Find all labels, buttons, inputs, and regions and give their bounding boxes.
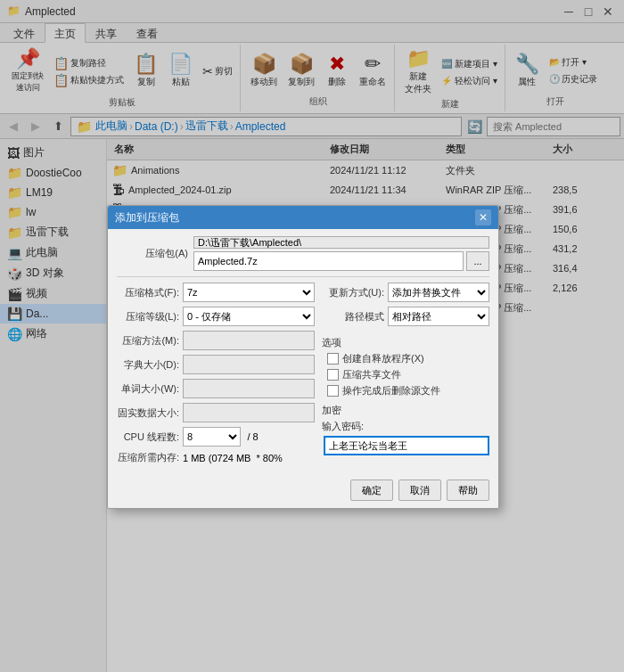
left-col: 压缩格式(F): 7z zip rar 压缩等级(L): 0 - 仅存储 1 -… — [117, 283, 315, 469]
right-col: 更新方式(U): 添加并替换文件 添加并更新文件 路径模式 相对路径 绝对路径 … — [322, 283, 489, 469]
format-row: 压缩格式(F): 7z zip rar — [117, 283, 315, 302]
word-row: 单词大小(W): — [117, 379, 315, 398]
update-label: 更新方式(U): — [322, 286, 384, 299]
options-label: 选项 — [322, 336, 489, 349]
archive-filename-input[interactable] — [193, 251, 464, 271]
ok-button[interactable]: 确定 — [350, 479, 393, 501]
password-label: 输入密码: — [322, 420, 489, 433]
encrypt-label: 加密 — [322, 404, 489, 417]
divider1 — [117, 276, 489, 277]
archive-path-row: 压缩包(A) ... — [117, 236, 489, 271]
dialog-close-button[interactable]: ✕ — [475, 209, 491, 225]
cpu-label: CPU 线程数: — [117, 430, 179, 444]
browse-button[interactable]: ... — [466, 251, 489, 271]
help-button[interactable]: 帮助 — [447, 479, 489, 501]
level-label: 压缩等级(L): — [117, 310, 179, 324]
cpu-row: CPU 线程数: 8 124 / 8 — [117, 427, 315, 447]
solid-row: 固实数据大小: — [117, 403, 315, 422]
path-label: 压缩包(A) — [117, 247, 188, 260]
delete-label: 操作完成后删除源文件 — [342, 384, 440, 397]
two-col-section: 压缩格式(F): 7z zip rar 压缩等级(L): 0 - 仅存储 1 -… — [117, 283, 489, 469]
password-input[interactable] — [324, 436, 489, 455]
level-select[interactable]: 0 - 仅存储 1 - 最快 3 - 快速 5 - 普通 7 - 最大 9 - … — [183, 307, 315, 326]
solid-input[interactable] — [183, 403, 315, 422]
format-select[interactable]: 7z zip rar — [183, 283, 315, 302]
dialog-body: 压缩包(A) ... 压缩格式(F): 7z — [108, 229, 498, 476]
archive-path-input[interactable] — [193, 236, 489, 249]
mem-row: 压缩所需内存: 1 MB (0724 MB * 80% — [117, 451, 315, 464]
options-section: 选项 创建自释放程序(X) 压缩共享文件 操作完成后删除源文件 — [322, 336, 489, 400]
cpu-select[interactable]: 8 124 — [183, 427, 241, 447]
selfextract-checkbox[interactable] — [327, 353, 339, 365]
selfextract-label: 创建自释放程序(X) — [342, 352, 424, 365]
method-label: 压缩方法(M): — [117, 334, 179, 348]
mem-label: 压缩所需内存: — [117, 451, 179, 464]
dict-label: 字典大小(D): — [117, 358, 179, 372]
pathmode-label: 路径模式 — [322, 310, 384, 324]
dialog-title-bar: 添加到压缩包 ✕ — [108, 206, 498, 229]
format-label: 压缩格式(F): — [117, 286, 179, 299]
solid-label: 固实数据大小: — [117, 406, 179, 420]
level-row: 压缩等级(L): 0 - 仅存储 1 - 最快 3 - 快速 5 - 普通 7 … — [117, 307, 315, 326]
cancel-button[interactable]: 取消 — [398, 479, 441, 501]
add-to-archive-dialog: 添加到压缩包 ✕ 压缩包(A) ... — [107, 205, 499, 509]
dialog-title: 添加到压缩包 — [115, 210, 475, 225]
checkbox-delete: 操作完成后删除源文件 — [322, 384, 489, 397]
pathmode-row: 路径模式 相对路径 绝对路径 不保存路径 — [322, 307, 489, 326]
dict-row: 字典大小(D): — [117, 355, 315, 374]
method-row: 压缩方法(M): — [117, 331, 315, 350]
update-select[interactable]: 添加并替换文件 添加并更新文件 — [388, 283, 489, 302]
pathmode-select[interactable]: 相对路径 绝对路径 不保存路径 — [388, 307, 489, 326]
mem-value: 1 MB (0724 MB — [183, 453, 250, 463]
method-input[interactable] — [183, 331, 315, 350]
dict-input[interactable] — [183, 355, 315, 374]
mem-pct: * 80% — [256, 453, 282, 463]
dialog-overlay: 添加到压缩包 ✕ 压缩包(A) ... — [0, 0, 624, 672]
word-input[interactable] — [183, 379, 315, 398]
dialog-footer: 确定 取消 帮助 — [108, 476, 498, 508]
cpu-of: / 8 — [247, 431, 258, 442]
shared-label: 压缩共享文件 — [342, 368, 401, 381]
encrypt-section: 加密 输入密码: — [322, 404, 489, 455]
delete-checkbox[interactable] — [327, 385, 339, 397]
password-row — [322, 436, 489, 455]
update-row: 更新方式(U): 添加并替换文件 添加并更新文件 — [322, 283, 489, 302]
checkbox-shared: 压缩共享文件 — [322, 368, 489, 381]
word-label: 单词大小(W): — [117, 382, 179, 396]
shared-checkbox[interactable] — [327, 369, 339, 381]
checkbox-selfextract: 创建自释放程序(X) — [322, 352, 489, 365]
